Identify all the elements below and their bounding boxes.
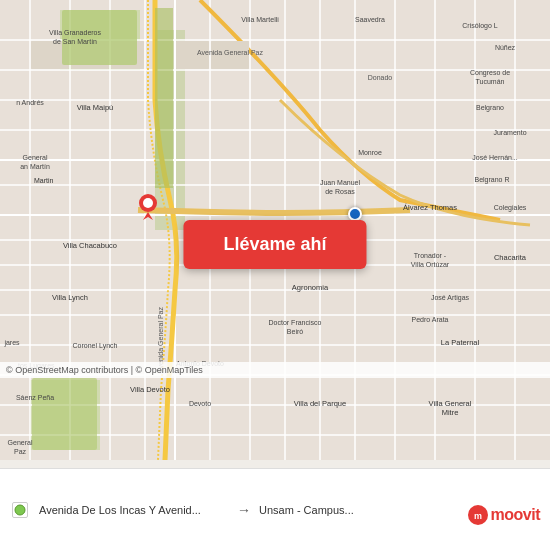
svg-text:Villa Granaderos: Villa Granaderos <box>49 29 102 36</box>
svg-text:Colegiales: Colegiales <box>494 204 527 212</box>
svg-text:Álvarez Thomas: Álvarez Thomas <box>403 203 457 212</box>
destination-text: Unsam - Campus... <box>259 504 419 516</box>
svg-text:Beiró: Beiró <box>287 328 303 335</box>
svg-text:jares: jares <box>3 339 20 347</box>
svg-rect-39 <box>155 8 173 188</box>
svg-text:Congreso de: Congreso de <box>470 69 510 77</box>
svg-text:de Rosas: de Rosas <box>325 188 355 195</box>
svg-text:Villa Ortúzar: Villa Ortúzar <box>411 261 450 268</box>
svg-text:Devoto: Devoto <box>189 400 211 407</box>
svg-text:General: General <box>8 439 33 446</box>
moovit-text: moovit <box>491 506 540 524</box>
svg-text:n Andrés: n Andrés <box>16 99 44 106</box>
svg-text:Núñez: Núñez <box>495 44 516 51</box>
map-attribution: © OpenStreetMap contributors | © OpenMap… <box>0 362 550 378</box>
svg-text:Villa General: Villa General <box>429 399 472 408</box>
svg-text:Villa Lynch: Villa Lynch <box>52 293 88 302</box>
bottom-bar: Avenida De Los Incas Y Avenid... → Unsam… <box>0 468 550 550</box>
svg-point-90 <box>143 198 153 208</box>
svg-text:Villa del Parque: Villa del Parque <box>294 399 346 408</box>
svg-text:General: General <box>23 154 48 161</box>
svg-text:La Paternal: La Paternal <box>441 338 480 347</box>
svg-text:Pedro Arata: Pedro Arata <box>412 316 449 323</box>
svg-text:Juramento: Juramento <box>493 129 526 136</box>
svg-text:an Martín: an Martín <box>20 163 50 170</box>
map-container: Villa Granaderos de San Martín Villa Mar… <box>0 0 550 550</box>
svg-text:Juan Manuel: Juan Manuel <box>320 179 361 186</box>
svg-text:de San Martín: de San Martín <box>53 38 97 45</box>
svg-text:Monroe: Monroe <box>358 149 382 156</box>
osm-attribution: © OpenStreetMap contributors | © OpenMap… <box>6 365 203 375</box>
svg-text:Doctor Francisco: Doctor Francisco <box>269 319 322 326</box>
svg-text:Sáenz Peña: Sáenz Peña <box>16 394 54 401</box>
svg-text:José Hernán...: José Hernán... <box>472 154 518 161</box>
route-arrow: → <box>237 502 251 518</box>
destination-dot <box>348 207 362 221</box>
svg-text:Villa Chacabuco: Villa Chacabuco <box>63 241 117 250</box>
svg-text:Tucumán: Tucumán <box>476 78 505 85</box>
origin-text: Avenida De Los Incas Y Avenid... <box>39 504 229 516</box>
svg-text:Agronomia: Agronomia <box>292 283 329 292</box>
svg-text:Martin: Martin <box>34 177 54 184</box>
osm-icon <box>12 502 28 518</box>
llevame-button[interactable]: Llévame ahí <box>183 220 366 269</box>
svg-text:Crisólogo L: Crisólogo L <box>462 22 498 30</box>
svg-text:Villa Devoto: Villa Devoto <box>130 385 170 394</box>
svg-text:m: m <box>474 511 482 521</box>
map-background: Villa Granaderos de San Martín Villa Mar… <box>0 0 550 460</box>
svg-text:Villa Martelli: Villa Martelli <box>241 16 279 23</box>
svg-text:Belgrano R: Belgrano R <box>474 176 509 184</box>
svg-text:Donado: Donado <box>368 74 393 81</box>
route-info: Avenida De Los Incas Y Avenid... → Unsam… <box>12 502 538 518</box>
svg-text:José Artigas: José Artigas <box>431 294 470 302</box>
svg-text:Saavedra: Saavedra <box>355 16 385 23</box>
svg-text:Belgrano: Belgrano <box>476 104 504 112</box>
svg-text:Tronador -: Tronador - <box>414 252 447 259</box>
svg-point-91 <box>15 505 25 515</box>
svg-text:Villa Maipú: Villa Maipú <box>77 103 114 112</box>
svg-text:Chacarita: Chacarita <box>494 253 527 262</box>
moovit-logo: m moovit <box>467 504 540 526</box>
svg-text:Mitre: Mitre <box>442 408 459 417</box>
svg-rect-40 <box>32 378 97 450</box>
location-pin <box>138 193 158 221</box>
svg-text:Avenida General Paz: Avenida General Paz <box>197 49 264 56</box>
svg-text:Coronel Lynch: Coronel Lynch <box>73 342 118 350</box>
svg-text:Paz: Paz <box>14 448 27 455</box>
